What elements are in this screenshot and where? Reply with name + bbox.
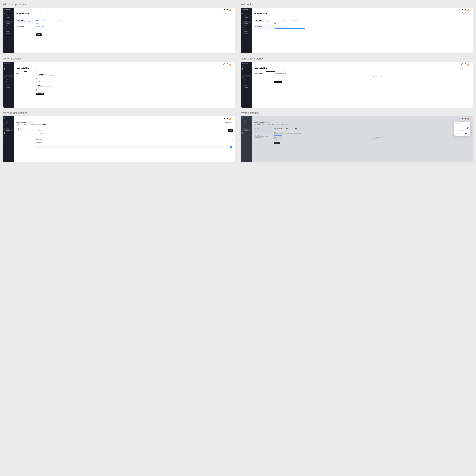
bell-icon[interactable]: ☰2 [464,118,466,120]
nav-home[interactable]: Home [4,67,13,69]
nav-workspaces[interactable]: Workspaces› [4,17,13,18]
bell-icon[interactable]: ☰2 [226,118,228,120]
access-key-input-1[interactable] [274,138,372,141]
nav-workspaces[interactable]: Workspaces› [242,17,251,18]
nav-workspaces[interactable]: Workspaces› [4,125,13,127]
settings-options-button[interactable]: Setting options⋮ [224,13,233,15]
tab-cloud[interactable]: Cloud Providers [254,70,260,72]
remove-icon[interactable]: × [232,139,233,140]
shortcut-org[interactable]: Org Settings [4,31,13,32]
nav-help[interactable]: Help [242,81,251,82]
tab-workspace[interactable]: Workspace settings [267,16,274,17]
tab-security[interactable]: Security [276,124,279,126]
check-row[interactable]: ✓Keyboard LockSecure your workspace with… [36,88,233,91]
max-session-input[interactable]: HH/MM/SS [274,78,372,80]
provider-linuxc[interactable]: 🐧Linux Container [289,19,298,21]
search-icon[interactable]: ⌕ [458,118,460,120]
check-row[interactable]: Add AppsEasily browse and integrate new … [36,84,233,88]
nav-help[interactable]: Help [242,26,251,28]
checkbox[interactable]: ✓ [36,78,37,79]
ssh-url[interactable]: https://neverinstall.com/dashboard/user-… [275,28,467,29]
notes-icon[interactable]: ✎2 [461,64,463,66]
shortcut-org[interactable]: Org Settings [4,139,13,141]
edit-icon[interactable]: ✎ [268,68,269,69]
nav-home[interactable]: Home [242,67,251,69]
provider-windows[interactable]: ⊞Windows [274,19,281,21]
checkbox[interactable]: ✓ [36,74,37,75]
left-selfdep-card[interactable]: Self Deployment General description abou… [254,25,272,30]
notes-icon[interactable]: ✎2 [223,118,225,120]
nav-teams[interactable]: Teams› [242,15,251,17]
search-icon[interactable]: ⌕ [458,9,460,11]
setting-for-all-toggle[interactable] [466,127,469,129]
nav-subscriptions[interactable]: Subscriptions› [242,77,251,79]
bell-icon[interactable]: ☰2 [226,9,228,11]
search-icon[interactable]: ⌕ [458,64,460,66]
save-button[interactable]: Save Settings [274,81,282,83]
shortcut-sub[interactable]: Subscriptions [4,141,13,143]
access-key-input-2[interactable] [373,138,471,141]
provider-neverinstall[interactable]: ▮▮▮NeverinstallDefault [274,127,282,130]
save-button[interactable]: Save Settings [36,93,44,95]
nav-reports[interactable]: Reports› [242,24,251,26]
edit-icon[interactable]: ✎ [30,68,31,69]
copy-icon[interactable]: ⧉ [468,27,470,29]
provider-gcp[interactable]: ◉GCPNot connected [54,19,61,21]
user-menu[interactable]: ⌄ [467,63,471,66]
shortcut-sub[interactable]: Subscriptions [242,32,251,34]
tab-cloud[interactable]: Cloud Providers [254,124,261,126]
shortcut-org[interactable]: Org Settings [4,85,13,87]
access-key-input-1[interactable] [36,30,134,32]
search-icon[interactable]: ⌕ [220,64,222,66]
nav-org-settings[interactable]: Org Settings⌄ [242,129,251,131]
tab-workspace[interactable]: Workspace settings [29,16,36,17]
nav-reports[interactable]: Reports› [4,133,13,135]
left-cloud-card[interactable]: Cloud Providers General description abou… [254,19,272,24]
check-row[interactable]: ✓Copy & PasteQuickly duplicate and trans… [36,73,233,77]
auto-pause-input[interactable]: HH/MM/SS [373,78,471,80]
nav-org-settings[interactable]: Org Settings⌄ [4,129,13,131]
nav-org-settings[interactable]: Org Settings⌄ [242,21,251,23]
tab-general[interactable]: General [262,16,265,17]
nav-home[interactable]: Home [242,13,251,15]
nav-help[interactable]: Help [4,26,13,28]
nav-home[interactable]: Home [4,13,13,15]
notes-icon[interactable]: ✎2 [461,118,463,120]
nav-workspaces[interactable]: Workspaces› [242,125,251,127]
connect-button[interactable]: Connect [36,34,42,36]
tab-cloud[interactable]: Cloud Providers [16,70,22,72]
nav-help[interactable]: Help [242,135,251,136]
nav-subscriptions[interactable]: Subscriptions› [242,131,251,133]
no-account-link[interactable]: Do not have an account? [36,26,233,27]
shortcut-org[interactable]: Org Settings [242,139,251,141]
tab-cloud[interactable]: Cloud Providers [254,16,261,17]
nav-teams[interactable]: Teams› [4,123,13,125]
tab-security[interactable]: Security [276,70,279,72]
nav-teams[interactable]: Teams› [242,123,251,125]
nav-teams[interactable]: Teams› [4,15,13,17]
provider-gcp[interactable]: ◉GCPNot connected [292,127,299,130]
nav-reports[interactable]: Reports› [4,79,13,81]
provider-azure[interactable]: ▲+AzureNot connected [45,19,52,21]
nav-org-settings[interactable]: Org Settings⌄ [4,21,13,23]
settings-options-button[interactable]: Setting options⋮ [224,67,233,69]
left-selfdep-card[interactable]: Self Deployment General description abou… [254,134,272,139]
bell-icon[interactable]: ☰2 [464,64,466,66]
edit-icon[interactable]: ✎ [268,122,269,123]
bell-icon[interactable]: ☰2 [226,64,228,66]
tab-cloud[interactable]: Cloud Providers [16,124,22,126]
edit-icon[interactable]: ✎ [30,13,31,15]
shortcut-org[interactable]: Org Settings [242,85,251,87]
reset-button[interactable]: ↻ Reset [464,133,469,135]
tab-general[interactable]: General [262,124,265,126]
nav-workspaces[interactable]: Workspaces› [242,71,251,73]
tab-urls[interactable]: Manage URL's [281,124,287,126]
tab-urls[interactable]: Manage URL's [43,16,49,17]
checkbox[interactable] [36,85,37,86]
tab-workspace[interactable]: Workspace settings [29,70,36,72]
tab-workspace[interactable]: Workspace settings [29,124,36,126]
connect-button[interactable]: Connect [274,142,280,144]
user-menu[interactable]: ⌄ [229,9,233,12]
tab-general[interactable]: General [24,16,27,17]
remove-icon[interactable]: × [232,136,233,137]
